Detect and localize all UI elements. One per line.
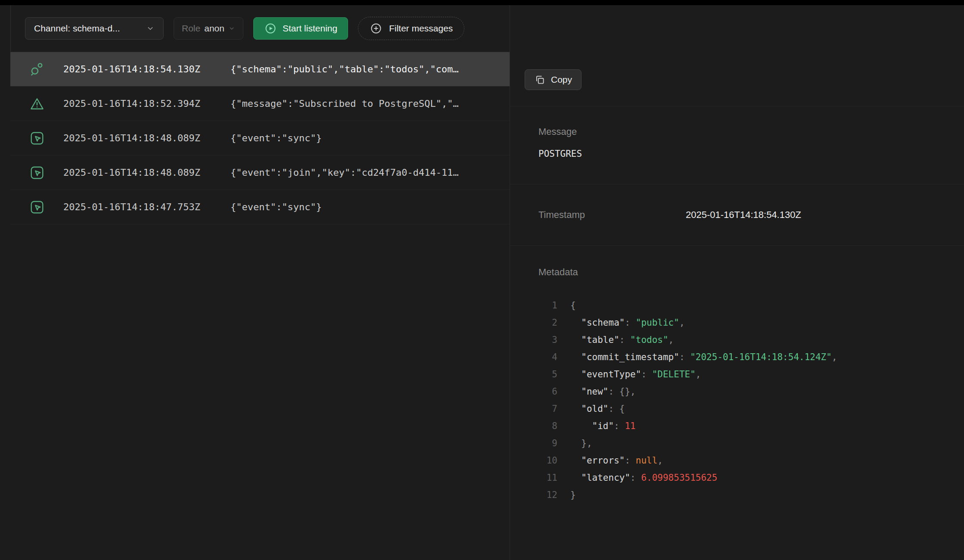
role-dropdown[interactable]: Role anon (174, 17, 243, 40)
message-preview: {"event":"join","key":"cd24f7a0-d414-11… (230, 167, 499, 178)
line-number: 12 (538, 486, 557, 504)
message-list: 2025-01-16T14:18:54.130Z{"schema":"publi… (10, 52, 510, 224)
message-preview: {"message":"Subscribed to PostgreSQL","… (230, 98, 499, 109)
code-line: 4 "commit_timestamp": "2025-01-16T14:18:… (538, 348, 964, 366)
message-section: Message POSTGRES (510, 106, 964, 184)
line-number: 2 (538, 314, 557, 331)
realtime-inspector: Channel: schema-d... Role anon Start lis… (0, 5, 964, 560)
start-listening-button[interactable]: Start listening (253, 17, 348, 40)
code-line: 11 "latency": 6.099853515625 (538, 469, 964, 486)
postgres-icon (28, 60, 47, 79)
chevron-down-icon (146, 24, 155, 33)
channel-dropdown[interactable]: Channel: schema-d... (25, 17, 164, 40)
code-text: "new": {}, (570, 383, 636, 400)
list-item[interactable]: 2025-01-16T14:18:48.089Z{"event":"sync"} (10, 121, 510, 156)
code-text: "table": "todos", (570, 331, 674, 348)
line-number: 5 (538, 366, 557, 383)
top-black-bar (0, 0, 964, 5)
filter-messages-label: Filter messages (389, 23, 453, 34)
message-type-value: POSTGRES (538, 149, 964, 159)
code-text: "eventType": "DELETE", (570, 366, 701, 383)
code-line: 5 "eventType": "DELETE", (538, 366, 964, 383)
line-number: 10 (538, 452, 557, 469)
message-timestamp: 2025-01-16T14:18:52.394Z (63, 98, 230, 109)
line-number: 9 (538, 435, 557, 452)
copy-button-label: Copy (551, 75, 572, 85)
cursor-icon (28, 129, 47, 148)
timestamp-value: 2025-01-16T14:18:54.130Z (686, 209, 801, 221)
code-line: 9 }, (538, 435, 964, 452)
code-text: { (570, 297, 576, 314)
plus-circle-icon (370, 22, 382, 35)
code-text: }, (570, 435, 592, 452)
list-item[interactable]: 2025-01-16T14:18:48.089Z{"event":"join",… (10, 156, 510, 190)
code-line: 2 "schema": "public", (538, 314, 964, 331)
message-preview: {"event":"sync"} (230, 202, 499, 212)
line-number: 3 (538, 331, 557, 348)
filter-messages-button[interactable]: Filter messages (358, 17, 464, 40)
line-number: 11 (538, 469, 557, 486)
message-preview: {"event":"sync"} (230, 133, 499, 143)
line-number: 4 (538, 348, 557, 366)
chevron-down-icon (228, 25, 235, 32)
message-label: Message (538, 126, 964, 137)
code-text: "commit_timestamp": "2025-01-16T14:18:54… (570, 348, 837, 366)
cursor-icon (28, 163, 47, 182)
code-line: 10 "errors": null, (538, 452, 964, 469)
code-line: 7 "old": { (538, 400, 964, 417)
metadata-code: 1{2 "schema": "public",3 "table": "todos… (538, 297, 964, 504)
list-item[interactable]: 2025-01-16T14:18:52.394Z{"message":"Subs… (10, 87, 510, 121)
message-timestamp: 2025-01-16T14:18:48.089Z (63, 133, 230, 143)
copy-button[interactable]: Copy (525, 69, 582, 90)
message-timestamp: 2025-01-16T14:18:48.089Z (63, 167, 230, 178)
code-line: 6 "new": {}, (538, 383, 964, 400)
copy-section: Copy (510, 5, 964, 106)
channel-dropdown-label: Channel: schema-d... (34, 23, 120, 34)
code-line: 12} (538, 486, 964, 504)
warning-icon (28, 94, 47, 113)
code-text: "old": { (570, 400, 625, 417)
metadata-label: Metadata (538, 267, 964, 278)
code-text: "schema": "public", (570, 314, 685, 331)
line-number: 6 (538, 383, 557, 400)
list-item[interactable]: 2025-01-16T14:18:47.753Z{"event":"sync"} (10, 190, 510, 224)
list-item[interactable]: 2025-01-16T14:18:54.130Z{"schema":"publi… (10, 52, 510, 87)
code-line: 1{ (538, 297, 964, 314)
start-listening-label: Start listening (283, 23, 337, 34)
role-dropdown-value: anon (204, 23, 224, 34)
timestamp-label: Timestamp (538, 209, 686, 221)
line-number: 1 (538, 297, 557, 314)
line-number: 8 (538, 417, 557, 435)
message-preview: {"schema":"public","table":"todos","com… (230, 64, 499, 75)
message-timestamp: 2025-01-16T14:18:47.753Z (63, 202, 230, 212)
timestamp-section: Timestamp 2025-01-16T14:18:54.130Z (510, 184, 964, 246)
code-line: 8 "id": 11 (538, 417, 964, 435)
code-text: "latency": 6.099853515625 (570, 469, 717, 486)
code-text: "id": 11 (570, 417, 636, 435)
message-detail-pane: Copy Message POSTGRES Timestamp 2025-01-… (510, 5, 964, 560)
cursor-icon (28, 198, 47, 217)
copy-icon (534, 74, 545, 85)
metadata-section: Metadata 1{2 "schema": "public",3 "table… (510, 246, 964, 504)
messages-pane: Channel: schema-d... Role anon Start lis… (0, 5, 510, 560)
toolbar: Channel: schema-d... Role anon Start lis… (10, 5, 510, 52)
line-number: 7 (538, 400, 557, 417)
message-timestamp: 2025-01-16T14:18:54.130Z (63, 64, 230, 75)
play-circle-icon (264, 22, 277, 35)
role-dropdown-prefix: Role (182, 23, 200, 34)
code-text: "errors": null, (570, 452, 663, 469)
code-text: } (570, 486, 576, 504)
code-line: 3 "table": "todos", (538, 331, 964, 348)
